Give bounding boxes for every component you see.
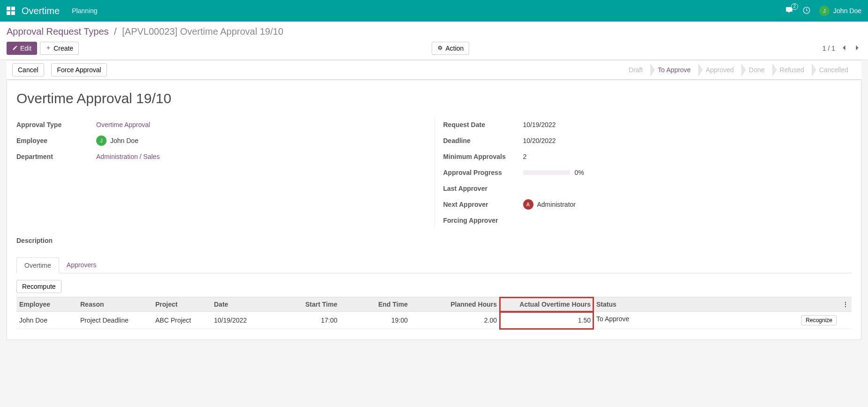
value-request-date: 10/19/2022 bbox=[523, 121, 852, 128]
label-deadline: Deadline bbox=[443, 137, 523, 144]
user-menu[interactable]: J John Doe bbox=[819, 6, 861, 16]
status-step-cancelled[interactable]: Cancelled bbox=[812, 63, 856, 76]
employee-avatar: J bbox=[96, 136, 107, 146]
label-min-approvals: Minimum Approvals bbox=[443, 153, 523, 160]
value-deadline: 10/20/2022 bbox=[523, 137, 852, 144]
col-status[interactable]: Status bbox=[594, 297, 839, 312]
col-planned-hours[interactable]: Planned Hours bbox=[411, 297, 500, 312]
tab-approvers[interactable]: Approvers bbox=[59, 257, 104, 273]
status-steps: DraftTo ApproveApprovedDoneRefusedCancel… bbox=[621, 63, 856, 76]
col-date[interactable]: Date bbox=[211, 297, 274, 312]
cancel-button[interactable]: Cancel bbox=[12, 63, 44, 76]
page-title: Overtime Approval 19/10 bbox=[16, 90, 852, 106]
label-description: Description bbox=[16, 237, 852, 244]
cell-status: To Approve Recognize bbox=[594, 312, 839, 329]
col-start-time[interactable]: Start Time bbox=[274, 297, 340, 312]
create-button[interactable]: Create bbox=[40, 42, 79, 55]
status-step-done[interactable]: Done bbox=[741, 63, 772, 76]
status-step-approved[interactable]: Approved bbox=[698, 63, 741, 76]
next-approver-avatar: A bbox=[523, 199, 533, 210]
tab-overtime[interactable]: Overtime bbox=[16, 257, 59, 273]
value-approval-progress: 0% bbox=[523, 169, 852, 176]
breadcrumb-current: [APVL00023] Overtime Approval 19/10 bbox=[122, 26, 283, 37]
breadcrumb-root[interactable]: Approval Request Types bbox=[7, 26, 109, 37]
label-department: Department bbox=[16, 153, 96, 160]
col-end-time[interactable]: End Time bbox=[340, 297, 411, 312]
apps-icon[interactable] bbox=[7, 7, 15, 15]
pencil-icon bbox=[12, 45, 18, 52]
status-step-to-approve[interactable]: To Approve bbox=[650, 63, 698, 76]
activity-icon[interactable] bbox=[802, 6, 811, 16]
value-next-approver: A Administrator bbox=[523, 199, 852, 210]
col-reason[interactable]: Reason bbox=[77, 297, 152, 312]
cell-planned-hours: 2.00 bbox=[411, 312, 500, 329]
col-employee[interactable]: Employee bbox=[16, 297, 77, 312]
col-project[interactable]: Project bbox=[152, 297, 211, 312]
status-step-draft[interactable]: Draft bbox=[621, 63, 650, 76]
messaging-badge: 2 bbox=[791, 3, 799, 10]
pager-prev[interactable] bbox=[840, 43, 848, 54]
force-approval-button[interactable]: Force Approval bbox=[51, 63, 107, 76]
label-employee: Employee bbox=[16, 137, 96, 144]
col-options[interactable]: ⋮ bbox=[839, 297, 852, 312]
cell-start-time: 17:00 bbox=[274, 312, 340, 329]
action-button[interactable]: Action bbox=[432, 42, 469, 55]
value-min-approvals: 2 bbox=[523, 153, 852, 160]
recognize-button[interactable]: Recognize bbox=[801, 315, 837, 325]
label-approval-progress: Approval Progress bbox=[443, 169, 523, 176]
value-employee: J John Doe bbox=[96, 136, 425, 146]
plus-icon bbox=[46, 45, 51, 52]
cell-reason: Project Deadline bbox=[77, 312, 152, 329]
cell-end-time: 19:00 bbox=[340, 312, 411, 329]
value-approval-type[interactable]: Overtime Approval bbox=[96, 121, 425, 128]
pager: 1 / 1 bbox=[822, 45, 835, 52]
cell-actual-hours: 1.50 bbox=[500, 312, 594, 329]
label-last-approver: Last Approver bbox=[443, 185, 523, 192]
label-request-date: Request Date bbox=[443, 121, 523, 128]
breadcrumb: Approval Request Types / [APVL00023] Ove… bbox=[7, 26, 283, 37]
col-actual-hours[interactable]: Actual Overtime Hours bbox=[500, 297, 594, 312]
value-department[interactable]: Administration / Sales bbox=[96, 153, 425, 160]
label-approval-type: Approval Type bbox=[16, 121, 96, 128]
status-step-refused[interactable]: Refused bbox=[772, 63, 812, 76]
user-avatar: J bbox=[819, 6, 830, 16]
pager-next[interactable] bbox=[853, 43, 861, 54]
recompute-button[interactable]: Recompute bbox=[16, 280, 61, 293]
label-forcing-approver: Forcing Approver bbox=[443, 217, 523, 224]
menu-planning[interactable]: Planning bbox=[72, 7, 98, 15]
label-next-approver: Next Approver bbox=[443, 201, 523, 208]
messaging-icon[interactable]: 2 bbox=[784, 6, 794, 16]
table-row[interactable]: John Doe Project Deadline ABC Project 10… bbox=[16, 312, 852, 329]
app-name: Overtime bbox=[22, 6, 60, 16]
user-name: John Doe bbox=[833, 7, 861, 15]
gear-icon bbox=[437, 45, 443, 52]
cell-project: ABC Project bbox=[152, 312, 211, 329]
cell-employee: John Doe bbox=[16, 312, 77, 329]
cell-date: 10/19/2022 bbox=[211, 312, 274, 329]
edit-button[interactable]: Edit bbox=[7, 42, 37, 55]
